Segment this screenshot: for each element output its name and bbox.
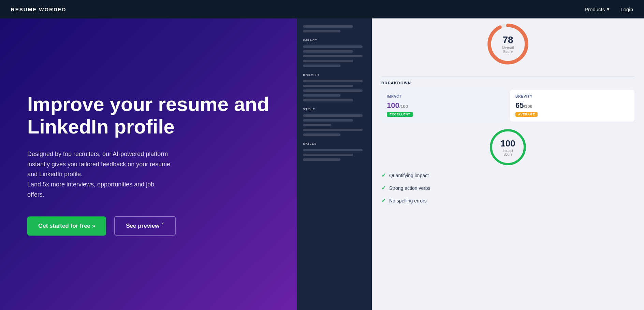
nav-right: Products ▾ Login [585,6,633,12]
resume-line [303,85,353,87]
resume-line [303,94,340,97]
resume-line [303,65,340,67]
checklist: ✓ Quantifying impact ✓ Strong action ver… [381,172,634,204]
style-section-label: STYLE [303,108,366,111]
impact-circle-sublabel: Impact Score [499,149,517,156]
resume-line [303,149,363,151]
resume-line [303,80,363,82]
navbar: RESUME WORDED Products ▾ Login [0,0,644,18]
resume-line [303,133,340,136]
brevity-badge: AVERAGE [515,112,538,117]
impact-score-wrapper: 100 Impact Score [381,128,634,166]
resume-line [303,124,331,126]
hero-left-panel: Improve your resume and LinkedIn profile… [0,18,297,310]
resume-line [303,158,340,161]
resume-line [303,50,353,53]
divider [381,76,634,77]
get-started-button[interactable]: Get started for free » [27,216,106,236]
resume-line [303,129,363,131]
overall-score-label: 78 Overall Score [497,34,519,54]
checklist-item-2: ✓ Strong action verbs [381,185,634,191]
resume-line [303,55,363,57]
impact-card-score: 100/100 [387,101,500,110]
site-logo: RESUME WORDED [11,6,67,12]
resume-line [303,25,353,28]
resume-line [303,119,353,122]
brevity-card: BREVITY 65/100 AVERAGE [510,90,634,122]
check-icon-2: ✓ [381,185,386,191]
checklist-label-2: Strong action verbs [389,185,430,191]
impact-card: IMPACT 100/100 EXCELLENT [381,90,506,122]
hero-buttons: Get started for free » See preview ˅ [27,216,269,236]
products-menu[interactable]: Products ▾ [585,6,610,12]
hero-subtitle: Designed by top recruiters, our AI-power… [27,149,225,200]
resume-line [303,45,363,48]
see-preview-button[interactable]: See preview ˅ [114,216,176,236]
breakdown-title: BREAKDOWN [381,81,634,85]
resume-line [303,114,363,117]
impact-card-label: IMPACT [387,95,500,98]
impact-circle-number: 100 [499,138,517,149]
checklist-item-3: ✓ No spelling errors [381,197,634,204]
checklist-item-1: ✓ Quantifying impact [381,172,634,179]
overall-score-circle: 78 Overall Score [486,22,530,66]
login-button[interactable]: Login [620,6,633,12]
check-icon-3: ✓ [381,197,386,204]
overall-score-wrapper: 78 Overall Score [381,18,634,72]
brevity-section-label: BREVITY [303,73,366,76]
hero-title: Improve your resume and LinkedIn profile [27,93,269,138]
brevity-card-label: BREVITY [515,95,629,98]
check-icon-1: ✓ [381,172,386,179]
impact-section-label: IMPACT [303,39,366,42]
chevron-down-icon: ▾ [607,6,610,12]
checklist-label-3: No spelling errors [389,198,427,203]
hero-right-panel: IMPACT BREVITY STYLE SKILLS [297,18,644,310]
impact-badge: EXCELLENT [387,112,413,117]
brevity-card-score: 65/100 [515,101,629,110]
resume-preview: IMPACT BREVITY STYLE SKILLS [297,18,372,310]
impact-circle-label: 100 Impact Score [499,138,517,156]
impact-score-circle: 100 Impact Score [489,128,527,166]
overall-score-sublabel: Overall Score [497,45,519,54]
skills-section-label: SKILLS [303,142,366,145]
checklist-label-1: Quantifying impact [389,173,429,178]
resume-line [303,99,353,101]
score-panel: 78 Overall Score BREAKDOWN IMPACT 100/10… [372,18,644,310]
breakdown-cards: IMPACT 100/100 EXCELLENT BREVITY 65/100 … [381,90,634,122]
resume-line [303,154,353,156]
resume-line [303,89,363,92]
overall-score-number: 78 [497,34,519,45]
resume-line [303,60,353,62]
products-label: Products [585,6,605,12]
resume-line [303,30,340,32]
hero-section: Improve your resume and LinkedIn profile… [0,18,644,310]
